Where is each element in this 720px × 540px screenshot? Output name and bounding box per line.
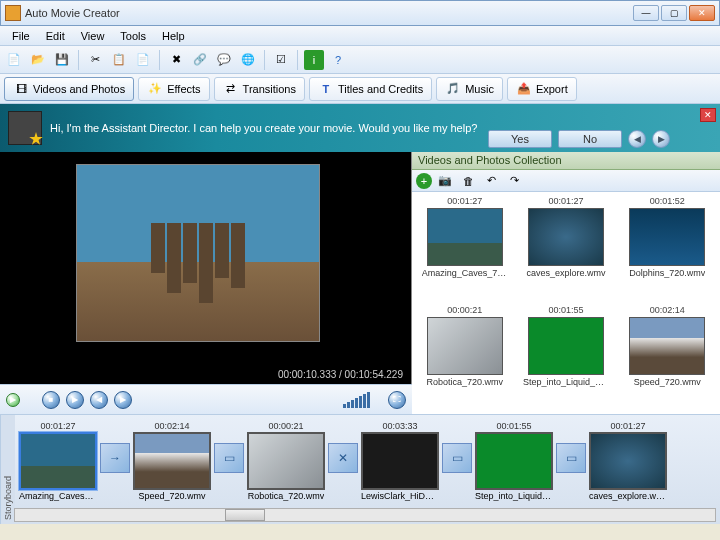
- preview-controls: ▶ ■ ▶ ◀ ▶ ⛶: [0, 384, 412, 414]
- transition-slot[interactable]: ▭: [214, 443, 244, 473]
- clip-timecode: 00:02:14: [154, 421, 189, 431]
- menu-view[interactable]: View: [73, 28, 113, 44]
- step-fwd-button[interactable]: ▶: [114, 391, 132, 409]
- menu-file[interactable]: File: [4, 28, 38, 44]
- play-button[interactable]: ▶: [66, 391, 84, 409]
- collection-header: Videos and Photos Collection: [412, 152, 720, 170]
- collection-item[interactable]: 00:01:55Step_into_Liquid_720.w...: [517, 305, 614, 410]
- separator: [78, 50, 79, 70]
- fullscreen-button[interactable]: ⛶: [388, 391, 406, 409]
- collection-pane: Videos and Photos Collection + 📷 🗑 ↶ ↷ 0…: [412, 152, 720, 414]
- clip-label: Robotica_720.wmv: [248, 491, 325, 501]
- storyboard-clip[interactable]: 00:01:27Amazing_Caves_72...: [19, 421, 97, 501]
- film-icon: 🎞: [13, 81, 29, 97]
- transition-slot[interactable]: ▭: [442, 443, 472, 473]
- menu-help[interactable]: Help: [154, 28, 193, 44]
- tab-label: Videos and Photos: [33, 83, 125, 95]
- tab-export[interactable]: 📤 Export: [507, 77, 577, 101]
- storyboard-clip[interactable]: 00:02:14Speed_720.wmv: [133, 421, 211, 501]
- tab-effects[interactable]: ✨ Effects: [138, 77, 209, 101]
- maximize-button[interactable]: ▢: [661, 5, 687, 21]
- music-icon: 🎵: [445, 81, 461, 97]
- stop-button[interactable]: ■: [42, 391, 60, 409]
- tab-label: Effects: [167, 83, 200, 95]
- storyboard-clip[interactable]: 00:01:55Step_into_Liquid_7...: [475, 421, 553, 501]
- save-icon[interactable]: 💾: [52, 50, 72, 70]
- thumb-timecode: 00:02:14: [650, 305, 685, 315]
- thumb-label: Robotica_720.wmv: [426, 377, 503, 387]
- menu-tools[interactable]: Tools: [112, 28, 154, 44]
- open-icon[interactable]: 📂: [28, 50, 48, 70]
- scrollbar-thumb[interactable]: [225, 509, 265, 521]
- collection-item[interactable]: 00:01:27caves_explore.wmv: [517, 196, 614, 301]
- help-icon[interactable]: ?: [328, 50, 348, 70]
- storyboard-scrollbar[interactable]: [14, 508, 716, 522]
- clip-label: Step_into_Liquid_7...: [475, 491, 553, 501]
- thumb-image: [427, 317, 503, 375]
- separator: [264, 50, 265, 70]
- close-button[interactable]: ✕: [689, 5, 715, 21]
- thumb-label: Speed_720.wmv: [634, 377, 701, 387]
- tab-music[interactable]: 🎵 Music: [436, 77, 503, 101]
- transition-slot[interactable]: ✕: [328, 443, 358, 473]
- check-icon[interactable]: ☑: [271, 50, 291, 70]
- webcam-icon[interactable]: 📷: [435, 171, 455, 191]
- assistant-yes-button[interactable]: Yes: [488, 130, 552, 148]
- play-small-button[interactable]: ▶: [6, 393, 20, 407]
- tab-videos-photos[interactable]: 🎞 Videos and Photos: [4, 77, 134, 101]
- minimize-button[interactable]: —: [633, 5, 659, 21]
- info-icon[interactable]: i: [304, 50, 324, 70]
- add-media-button[interactable]: +: [416, 173, 432, 189]
- preview-timecode: 00:00:10.333 / 00:10:54.229: [278, 369, 403, 380]
- step-back-button[interactable]: ◀: [90, 391, 108, 409]
- storyboard-clip[interactable]: 00:01:27caves_explore.wmv: [589, 421, 667, 501]
- transition-slot[interactable]: →: [100, 443, 130, 473]
- rotate-left-icon[interactable]: ↶: [481, 171, 501, 191]
- transition-icon: ⇄: [223, 81, 239, 97]
- clip-thumb: [475, 432, 553, 490]
- storyboard-clip[interactable]: 00:00:21Robotica_720.wmv: [247, 421, 325, 501]
- thumb-image: [629, 317, 705, 375]
- assistant-close-button[interactable]: ✕: [700, 108, 716, 122]
- preview-frame: [76, 164, 320, 342]
- new-icon[interactable]: 📄: [4, 50, 24, 70]
- menu-edit[interactable]: Edit: [38, 28, 73, 44]
- collection-item[interactable]: 00:02:14Speed_720.wmv: [619, 305, 716, 410]
- chat-icon[interactable]: 💬: [214, 50, 234, 70]
- sparkle-icon: ✨: [147, 81, 163, 97]
- paste-icon[interactable]: 📄: [133, 50, 153, 70]
- assistant-text: Hi, I'm the Assistant Director. I can he…: [50, 122, 477, 134]
- nav-back-button[interactable]: ◀: [628, 130, 646, 148]
- wand-icon[interactable]: ✖: [166, 50, 186, 70]
- thumb-timecode: 00:01:52: [650, 196, 685, 206]
- clip-label: Amazing_Caves_72...: [19, 491, 97, 501]
- assistant-avatar: [8, 111, 42, 145]
- tab-label: Music: [465, 83, 494, 95]
- copy-icon[interactable]: 📋: [109, 50, 129, 70]
- volume-meter[interactable]: [343, 392, 370, 408]
- tab-titles[interactable]: T Titles and Credits: [309, 77, 432, 101]
- rotate-right-icon[interactable]: ↷: [504, 171, 524, 191]
- tab-label: Transitions: [243, 83, 296, 95]
- menubar: File Edit View Tools Help: [0, 26, 720, 46]
- storyboard-clip[interactable]: 00:03:33LewisClark_HiDefw...: [361, 421, 439, 501]
- tab-label: Titles and Credits: [338, 83, 423, 95]
- assistant-no-button[interactable]: No: [558, 130, 622, 148]
- transition-slot[interactable]: ▭: [556, 443, 586, 473]
- clip-thumb: [361, 432, 439, 490]
- collection-item[interactable]: 00:01:27Amazing_Caves_720...: [416, 196, 513, 301]
- delete-icon[interactable]: 🗑: [458, 171, 478, 191]
- link-icon[interactable]: 🔗: [190, 50, 210, 70]
- tab-transitions[interactable]: ⇄ Transitions: [214, 77, 305, 101]
- clip-timecode: 00:01:27: [40, 421, 75, 431]
- globe-icon[interactable]: 🌐: [238, 50, 258, 70]
- thumb-label: caves_explore.wmv: [526, 268, 605, 278]
- collection-item[interactable]: 00:01:52Dolphins_720.wmv: [619, 196, 716, 301]
- thumb-image: [528, 317, 604, 375]
- nav-forward-button[interactable]: ▶: [652, 130, 670, 148]
- clip-timecode: 00:03:33: [382, 421, 417, 431]
- export-icon: 📤: [516, 81, 532, 97]
- collection-item[interactable]: 00:00:21Robotica_720.wmv: [416, 305, 513, 410]
- cut-icon[interactable]: ✂: [85, 50, 105, 70]
- tab-label: Export: [536, 83, 568, 95]
